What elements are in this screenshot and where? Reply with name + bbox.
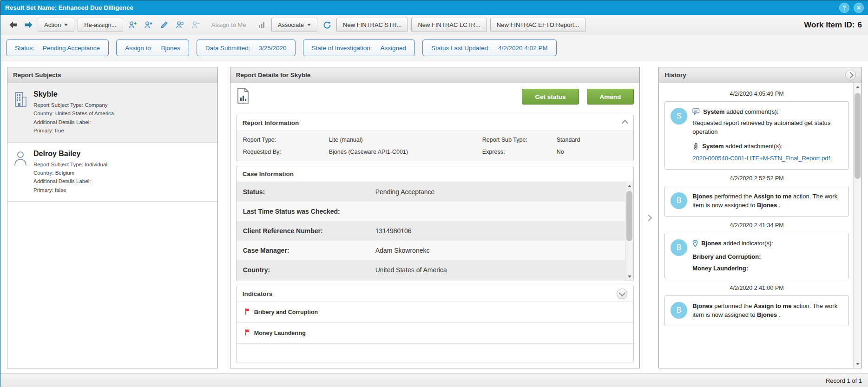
report-sub-type-label: Report Sub Type: — [482, 137, 557, 143]
collapse-indicators-button[interactable] — [617, 289, 627, 299]
history-card-content: System added comment(s): Requested repor… — [692, 108, 843, 163]
assign-action: Assign to me — [754, 193, 792, 200]
remove-participant-button[interactable] — [190, 19, 202, 31]
subject-item-skyble[interactable]: Skyble Report Subject Type: Company Coun… — [7, 83, 217, 143]
report-information-header: Report Information — [237, 115, 634, 131]
add-participant-button[interactable] — [126, 19, 139, 31]
bar-chart-icon — [258, 21, 265, 29]
avatar: B — [671, 302, 687, 319]
chevron-right-icon — [645, 214, 652, 221]
reassign-button[interactable]: Re-assign... — [78, 18, 123, 32]
state-of-investigation-pill: State of Investigation: Assigned — [303, 39, 415, 56]
scroll-up-button[interactable] — [625, 182, 633, 190]
add-subject-button[interactable] — [142, 19, 155, 31]
case-information-section: Case Information Status: Pending Accepta… — [236, 166, 634, 281]
attachment-link[interactable]: 2020-000540-C001-LITE+M-STN_Final_Report… — [692, 154, 830, 163]
subject-name: Skyble — [33, 90, 114, 98]
help-icon[interactable]: ? — [839, 3, 849, 13]
refresh-button[interactable] — [321, 19, 333, 31]
scroll-down-button[interactable] — [625, 273, 633, 281]
indicator-label: added indicator(s): — [722, 240, 773, 247]
window-title: Result Set Name: Enhanced Due Dilligence — [5, 4, 133, 11]
report-information-row: Report Type: Lite (manual) Report Sub Ty… — [237, 134, 634, 146]
subject-country-line: Country: United States of America — [33, 109, 114, 118]
indicator-item: Money Laundering: — [692, 264, 773, 273]
comment-body: Requested report retrieved by automated … — [692, 119, 843, 137]
chart-view-button[interactable] — [256, 19, 268, 31]
flag-icon — [244, 329, 250, 337]
assign-actor: Bjones — [692, 302, 712, 309]
history-scrollbar[interactable] — [853, 83, 861, 368]
reassign-person-button[interactable] — [174, 19, 186, 31]
status-pill: Status: Pending Acceptance — [6, 39, 109, 56]
collapse-history-button[interactable] — [845, 70, 856, 80]
state-of-investigation-pill-label: State of Investigation: — [312, 45, 372, 52]
collapse-history-handle[interactable] — [646, 214, 652, 222]
scroll-thumb[interactable] — [855, 93, 861, 179]
person-disabled-icon — [191, 21, 200, 29]
pen-icon — [160, 21, 168, 29]
work-item-id-label: Work Item ID: — [804, 20, 855, 30]
edit-button[interactable] — [158, 19, 171, 31]
building-icon — [13, 91, 27, 135]
status-last-updated-pill: Status Last Updated: 4/2/2020 4:02 PM — [422, 39, 557, 56]
action-button[interactable]: Action — [38, 18, 74, 32]
get-status-button[interactable]: Get status — [522, 89, 579, 105]
case-row-country: Country: United States of America — [237, 260, 626, 280]
collapse-report-information-button[interactable] — [623, 119, 627, 127]
forward-arrow-button[interactable] — [22, 19, 34, 31]
new-fintrac-efto-button[interactable]: New FINTRAC EFTO Report... — [490, 18, 585, 32]
subject-item-delroy-bailey[interactable]: Delroy Bailey Report Subject Type: Indiv… — [7, 143, 217, 202]
attachment-line: System added attachment(s): — [692, 142, 843, 153]
report-details-toolbar: Get status Amend — [230, 83, 640, 110]
work-item-window: Result Set Name: Enhanced Due Dilligence… — [0, 0, 868, 387]
case-information-header: Case Information — [237, 166, 634, 182]
new-fintrac-str-button[interactable]: New FINTRAC STR... — [336, 18, 408, 32]
assign-target: Bjones — [757, 311, 777, 318]
indicator-actor: Bjones — [701, 240, 721, 247]
forward-arrow-icon — [24, 21, 33, 29]
record-count: Record 1 of 1 — [826, 377, 862, 384]
report-information-title: Report Information — [243, 119, 299, 126]
scroll-up-button[interactable] — [854, 83, 861, 91]
requested-by-label: Requested By: — [243, 149, 329, 155]
attachment-label: added attachment(s): — [724, 143, 783, 150]
case-row-value: Adam Skowronekc — [375, 247, 619, 254]
comment-actor: System — [703, 108, 724, 115]
close-icon[interactable]: ✕ — [854, 3, 864, 13]
status-last-updated-pill-value: 4/2/2020 4:02 PM — [498, 45, 548, 52]
amend-button[interactable]: Amend — [587, 89, 634, 105]
assign-part3: . — [777, 311, 780, 318]
action-button-label: Action — [44, 21, 61, 28]
chevron-down-icon — [307, 24, 311, 26]
case-row-status: Status: Pending Acceptance — [237, 182, 626, 202]
person-plus-icon — [144, 21, 152, 29]
chevron-down-icon — [619, 290, 625, 296]
assign-to-pill: Assign to: Bjones — [116, 39, 189, 56]
subject-type-line: Report Subject Type: Company — [33, 101, 114, 109]
new-fintrac-str-label: New FINTRAC STR... — [343, 21, 401, 28]
scroll-track[interactable] — [625, 190, 633, 273]
report-details-panel: Report Details for Skyble Get status Ame… — [230, 67, 640, 368]
case-row-label: Client Reference Number: — [243, 227, 375, 235]
reassign-button-label: Re-assign... — [84, 21, 116, 28]
scroll-thumb[interactable] — [626, 191, 632, 241]
associate-button[interactable]: Associate — [271, 18, 317, 32]
new-fintrac-lctr-button[interactable]: New FINTRAC LCTR... — [411, 18, 487, 32]
report-subjects-title: Report Subjects — [13, 72, 61, 79]
report-subjects-header: Report Subjects — [7, 67, 217, 83]
assign-to-pill-value: Bjones — [161, 45, 180, 52]
data-submitted-pill-value: 3/25/2020 — [259, 45, 287, 52]
case-information-scrollbar[interactable] — [625, 182, 633, 281]
chevron-right-icon — [847, 72, 853, 78]
scroll-track[interactable] — [854, 91, 861, 360]
back-arrow-button[interactable] — [7, 19, 19, 31]
indicators-section: Indicators Bribery and Corruption — [236, 286, 634, 362]
person-icon — [13, 151, 27, 195]
scroll-down-button[interactable] — [854, 360, 861, 368]
amend-label: Amend — [600, 93, 621, 100]
new-fintrac-lctr-label: New FINTRAC LCTR... — [418, 21, 480, 28]
subject-additional-line: Additional Details Label: — [33, 118, 114, 126]
new-fintrac-efto-label: New FINTRAC EFTO Report... — [497, 21, 579, 28]
assign-to-me-button[interactable]: Assign to Me — [205, 18, 252, 32]
